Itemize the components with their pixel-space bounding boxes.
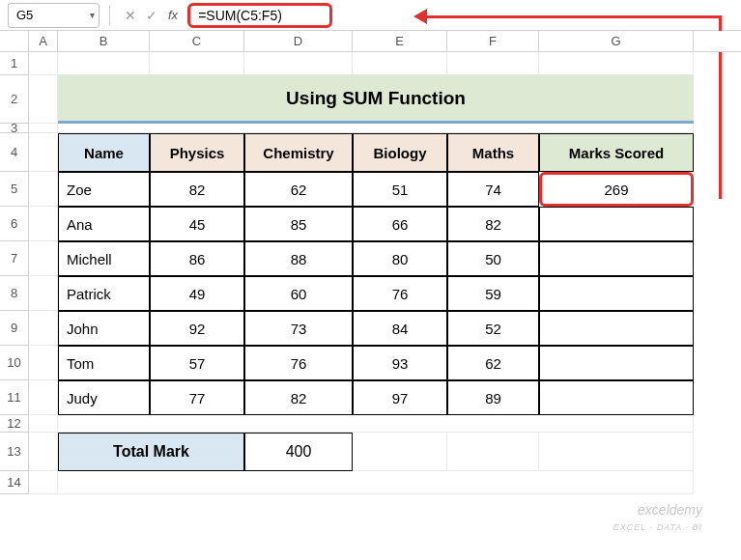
cell-physics[interactable]: 82 [150,172,244,207]
cell-maths[interactable]: 89 [447,380,539,415]
cell-maths[interactable]: 50 [447,241,539,276]
cell[interactable] [29,133,58,172]
cell[interactable] [58,415,694,433]
cell-name[interactable]: Patrick [58,276,150,311]
col-header-d[interactable]: D [244,31,353,51]
check-icon[interactable]: ✓ [141,8,162,23]
cell[interactable] [29,346,58,380]
cell[interactable] [29,415,58,433]
cell[interactable] [58,471,694,494]
cell[interactable] [353,433,447,471]
cell-chemistry[interactable]: 85 [244,207,353,241]
cell-name[interactable]: Michell [58,241,150,276]
row-header-2[interactable]: 2 [0,75,29,124]
cell[interactable] [29,433,58,471]
cell[interactable] [29,172,58,207]
cell-chemistry[interactable]: 88 [244,241,353,276]
header-biology[interactable]: Biology [353,133,447,172]
cancel-icon[interactable]: ✕ [120,8,141,23]
cell-physics[interactable]: 45 [150,207,244,241]
col-header-c[interactable]: C [150,31,244,51]
cell-physics[interactable]: 77 [150,380,244,415]
cell-biology[interactable]: 66 [353,207,447,241]
col-header-e[interactable]: E [353,31,447,51]
cell[interactable] [29,124,58,133]
cell[interactable] [353,52,447,75]
cell-scored[interactable] [539,207,694,241]
cell-scored[interactable] [539,380,694,415]
cell[interactable] [29,471,58,494]
cell-name[interactable]: Ana [58,207,150,241]
header-name[interactable]: Name [58,133,150,172]
cell[interactable] [539,433,694,471]
cell-chemistry[interactable]: 60 [244,276,353,311]
cell-maths[interactable]: 52 [447,311,539,346]
chevron-down-icon[interactable]: ▾ [90,10,95,20]
cell-physics[interactable]: 57 [150,346,244,380]
row-header-13[interactable]: 13 [0,433,29,471]
row-header-9[interactable]: 9 [0,311,29,346]
cell-name[interactable]: John [58,311,150,346]
formula-input[interactable]: =SUM(C5:F5) [187,3,332,28]
cell[interactable] [539,52,694,75]
cell-chemistry[interactable]: 82 [244,380,353,415]
cell[interactable] [29,207,58,241]
cell-biology[interactable]: 76 [353,276,447,311]
cell-scored[interactable] [539,276,694,311]
select-all-cell[interactable] [0,31,29,51]
cell-scored[interactable]: 269 [539,172,694,207]
cell-maths[interactable]: 74 [447,172,539,207]
row-header-8[interactable]: 8 [0,276,29,311]
header-chemistry[interactable]: Chemistry [244,133,353,172]
name-box[interactable]: G5 ▾ [8,3,100,28]
title-cell[interactable]: Using SUM Function [58,75,694,124]
cell[interactable] [29,276,58,311]
cell[interactable] [58,124,694,133]
cell-name[interactable]: Tom [58,346,150,380]
cell[interactable] [447,52,539,75]
header-scored[interactable]: Marks Scored [539,133,694,172]
cell-chemistry[interactable]: 62 [244,172,353,207]
cell-biology[interactable]: 80 [353,241,447,276]
cell-name[interactable]: Judy [58,380,150,415]
fx-label[interactable]: fx [168,8,178,22]
col-header-b[interactable]: B [58,31,150,51]
cell-maths[interactable]: 82 [447,207,539,241]
cell[interactable] [29,311,58,346]
row-header-7[interactable]: 7 [0,241,29,276]
cell[interactable] [244,52,353,75]
row-header-1[interactable]: 1 [0,52,29,75]
cell[interactable] [29,241,58,276]
cell-name[interactable]: Zoe [58,172,150,207]
cell-chemistry[interactable]: 73 [244,311,353,346]
cell-biology[interactable]: 51 [353,172,447,207]
row-header-3[interactable]: 3 [0,124,29,133]
cell-scored[interactable] [539,311,694,346]
cell-chemistry[interactable]: 76 [244,346,353,380]
cell-biology[interactable]: 97 [353,380,447,415]
cell[interactable] [29,75,58,124]
cell-physics[interactable]: 49 [150,276,244,311]
cell[interactable] [29,380,58,415]
cell-scored[interactable] [539,241,694,276]
row-header-14[interactable]: 14 [0,471,29,494]
row-header-10[interactable]: 10 [0,346,29,380]
cell[interactable] [29,52,58,75]
row-header-11[interactable]: 11 [0,380,29,415]
cell-physics[interactable]: 86 [150,241,244,276]
row-header-4[interactable]: 4 [0,133,29,172]
row-header-5[interactable]: 5 [0,172,29,207]
col-header-g[interactable]: G [539,31,694,51]
cell-scored[interactable] [539,346,694,380]
cell[interactable] [150,52,244,75]
col-header-a[interactable]: A [29,31,58,51]
cell-biology[interactable]: 84 [353,311,447,346]
row-header-12[interactable]: 12 [0,415,29,433]
cell-maths[interactable]: 59 [447,276,539,311]
col-header-f[interactable]: F [447,31,539,51]
total-mark-value[interactable]: 400 [244,433,353,471]
cell[interactable] [58,52,150,75]
total-mark-label[interactable]: Total Mark [58,433,244,471]
row-header-6[interactable]: 6 [0,207,29,241]
cell-biology[interactable]: 93 [353,346,447,380]
